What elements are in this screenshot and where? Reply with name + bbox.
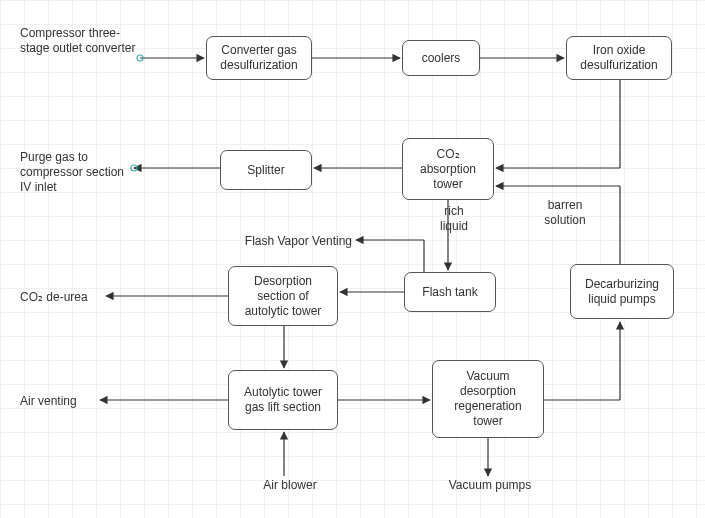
svg-point-8 (131, 165, 137, 171)
edge-label-flash-vapor: Flash Vapor Venting (222, 234, 352, 249)
node-co2-absorption-tower: CO₂ absorption tower (402, 138, 494, 200)
edge-label-barren-solution: barren solution (532, 198, 598, 228)
node-compressor-outlet: Compressor three-stage outlet converter (20, 26, 140, 56)
edge-label-rich-liquid: rich liquid (432, 204, 476, 234)
node-decarburizing-pumps: Decarburizing liquid pumps (570, 264, 674, 319)
node-co2-deurea: CO₂ de-urea (20, 290, 120, 305)
node-coolers: coolers (402, 40, 480, 76)
node-converter-gas-desulfurization: Converter gas desulfurization (206, 36, 312, 80)
node-autolytic-gaslift: Autolytic tower gas lift section (228, 370, 338, 430)
node-air-venting: Air venting (20, 394, 110, 409)
node-desorption-section: Desorption section of autolytic tower (228, 266, 338, 326)
node-vacuum-pumps: Vacuum pumps (440, 478, 540, 493)
node-air-blower: Air blower (250, 478, 330, 493)
node-purge-gas: Purge gas to compressor section IV inlet (20, 150, 130, 195)
node-splitter: Splitter (220, 150, 312, 190)
node-iron-oxide-desulfurization: Iron oxide desulfurization (566, 36, 672, 80)
node-vacuum-regen-tower: Vacuum desorption regeneration tower (432, 360, 544, 438)
node-flash-tank: Flash tank (404, 272, 496, 312)
